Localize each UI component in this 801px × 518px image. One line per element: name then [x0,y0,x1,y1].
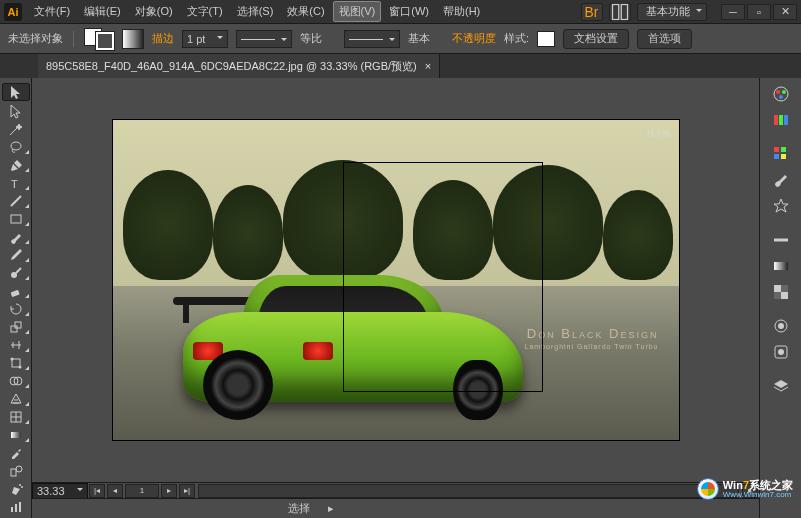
canvas[interactable]: Don Black Design Lamborghini Gallardo Tw… [32,78,759,482]
workspace: T [0,78,801,518]
svg-point-46 [778,323,784,329]
svg-rect-11 [12,359,20,367]
panel-color[interactable] [767,82,795,106]
svg-text:Br: Br [585,5,599,20]
panel-stroke[interactable] [767,228,795,252]
svg-rect-33 [774,115,778,125]
menu-bar: 文件(F)编辑(E)对象(O)文字(T)选择(S)效果(C)视图(V)窗口(W)… [28,1,486,22]
tab-close-icon[interactable]: × [425,60,431,72]
panel-symbols[interactable] [767,194,795,218]
app-logo: Ai [4,3,22,21]
fill-stroke-swatch[interactable] [84,28,114,50]
windows-logo-icon [697,478,719,500]
tool-symbol-sprayer[interactable] [2,481,30,497]
svg-rect-41 [774,285,781,292]
tool-magic-wand[interactable] [2,121,30,137]
tool-direct-selection[interactable] [2,103,30,119]
svg-rect-24 [19,502,21,512]
menu-7[interactable]: 窗口(W) [383,1,435,22]
first-artboard-button[interactable]: |◂ [89,484,105,498]
artboard-nav-bar: 33.33 |◂ ◂ 1 ▸ ▸| ▸ [32,482,759,498]
tool-perspective[interactable] [2,391,30,407]
svg-line-5 [11,196,21,206]
panel-gradient-panel[interactable] [767,254,795,278]
workspace-switcher[interactable]: 基本功能 [637,3,707,21]
menu-4[interactable]: 选择(S) [231,1,280,22]
style-swatch[interactable] [537,31,555,47]
svg-rect-40 [774,262,788,270]
profile-label: 基本 [408,31,430,46]
document-tab-title: 895C58E8_F40D_46A0_914A_6DC9AEDA8C22.jpg… [46,59,417,74]
tool-width[interactable] [2,337,30,353]
svg-point-12 [10,358,13,361]
preferences-button[interactable]: 首选项 [637,29,692,49]
menu-3[interactable]: 文字(T) [181,1,229,22]
menu-8[interactable]: 帮助(H) [437,1,486,22]
tool-scale[interactable] [2,319,30,335]
opacity-label[interactable]: 不透明度 [452,31,496,46]
maximize-button[interactable]: ▫ [747,4,771,20]
panel-transparency[interactable] [767,280,795,304]
car-illustration [183,260,573,420]
stroke-weight-input[interactable]: 1 pt [182,30,228,48]
zoom-input[interactable]: 33.33 [32,483,88,499]
tool-paintbrush[interactable] [2,229,30,245]
menu-2[interactable]: 对象(O) [129,1,179,22]
tool-free-transform[interactable] [2,355,30,371]
svg-rect-35 [784,115,788,125]
stroke-label[interactable]: 描边 [152,31,174,46]
next-artboard-button[interactable]: ▸ [161,484,177,498]
tool-blend[interactable] [2,463,30,479]
tool-shape-builder[interactable] [2,373,30,389]
svg-rect-2 [621,4,627,19]
bridge-button[interactable]: Br [581,3,603,21]
svg-rect-17 [11,432,21,438]
last-artboard-button[interactable]: ▸| [179,484,195,498]
artboard-image: Don Black Design Lamborghini Gallardo Tw… [113,120,679,440]
tool-line[interactable] [2,193,30,209]
tool-selection[interactable] [2,83,30,101]
close-button[interactable]: ✕ [773,4,797,20]
panel-appearance[interactable] [767,314,795,338]
tool-pen[interactable] [2,157,30,173]
svg-point-13 [18,366,21,369]
minimize-button[interactable]: ─ [721,4,745,20]
tool-blob-brush[interactable] [2,265,30,281]
tool-mesh[interactable] [2,409,30,425]
svg-rect-8 [10,290,19,297]
workspace-label: 基本功能 [646,4,690,19]
prev-artboard-button[interactable]: ◂ [107,484,123,498]
tool-rotate[interactable] [2,301,30,317]
menu-0[interactable]: 文件(F) [28,1,76,22]
tool-type[interactable]: T [2,175,30,191]
svg-point-30 [776,90,780,94]
tool-pencil[interactable] [2,247,30,263]
tool-lasso[interactable] [2,139,30,155]
panel-layers[interactable] [767,374,795,398]
tool-rectangle[interactable] [2,211,30,227]
panel-color-guide[interactable] [767,108,795,132]
document-tab[interactable]: 895C58E8_F40D_46A0_914A_6DC9AEDA8C22.jpg… [38,54,440,78]
artboard-number-input[interactable]: 1 [125,484,159,498]
menu-1[interactable]: 编辑(E) [78,1,127,22]
arrange-documents-button[interactable] [609,3,631,21]
menu-6[interactable]: 视图(V) [333,1,382,22]
menu-5[interactable]: 效果(C) [281,1,330,22]
profile-preview[interactable] [344,30,400,48]
panel-brushes[interactable] [767,168,795,192]
tool-eyedropper[interactable] [2,445,30,461]
tool-graph[interactable] [2,499,30,515]
stroke-preview[interactable] [236,30,292,48]
status-bar: 选择 ▸ [32,498,759,518]
panel-swatches[interactable] [767,142,795,166]
gradient-swatch[interactable] [122,29,144,49]
document-setup-button[interactable]: 文档设置 [563,29,629,49]
horizontal-scrollbar[interactable] [198,484,739,498]
svg-rect-10 [15,322,21,328]
svg-point-19 [16,466,22,472]
tool-gradient[interactable] [2,427,30,443]
svg-rect-9 [11,326,17,332]
tool-eraser[interactable] [2,283,30,299]
svg-rect-37 [781,147,786,152]
panel-graphic-styles[interactable] [767,340,795,364]
